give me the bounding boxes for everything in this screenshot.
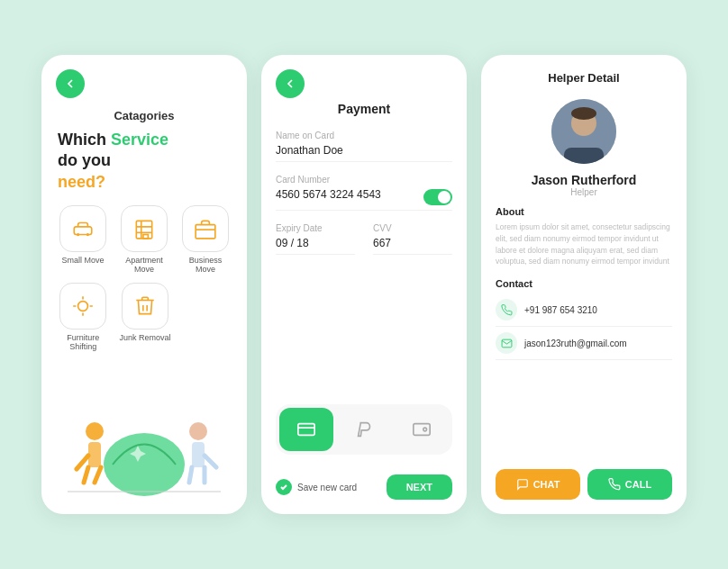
service-grid-top: Small Move Apartment Move Business Move — [56, 205, 232, 274]
contact-email[interactable]: jason123ruth@gmail.com — [496, 327, 672, 360]
svg-rect-0 — [74, 227, 92, 235]
expiry-value[interactable]: 09 / 18 — [276, 237, 355, 255]
service-apartment-move-label: Apartment Move — [117, 256, 171, 274]
svg-point-30 — [571, 107, 596, 120]
svg-point-10 — [78, 302, 88, 312]
service-junk-removal[interactable]: Junk Removal — [118, 283, 173, 351]
headline: Which Service do you need? — [56, 130, 232, 193]
chat-button[interactable]: CHAT — [496, 469, 580, 500]
service-furniture-shifting[interactable]: Furniture Shifting — [56, 283, 111, 351]
cvv-value[interactable]: 667 — [373, 237, 452, 255]
contact-label: Contact — [496, 278, 672, 289]
service-business-move[interactable]: Business Move — [178, 205, 232, 274]
svg-point-17 — [189, 422, 207, 440]
back-button-payment[interactable] — [276, 69, 305, 98]
expiry-cvv-row: Expiry Date 09 / 18 CVV 667 — [276, 223, 452, 267]
categories-title: Catagories — [56, 109, 232, 122]
back-button-categories[interactable] — [56, 69, 85, 98]
name-field: Name on Card Jonathan Doe — [276, 131, 452, 162]
expiry-field: Expiry Date 09 / 18 — [276, 223, 355, 255]
pay-method-card[interactable] — [279, 408, 333, 451]
service-small-move-label: Small Move — [61, 256, 104, 265]
save-card-label: Save new card — [297, 483, 357, 492]
payment-header: Payment — [261, 55, 467, 123]
svg-rect-25 — [414, 424, 430, 436]
avatar — [551, 99, 616, 164]
card-number-label: Card Number — [276, 175, 452, 185]
service-apartment-move[interactable]: Apartment Move — [117, 205, 171, 274]
svg-point-2 — [86, 233, 89, 236]
service-junk-removal-label: Junk Removal — [120, 333, 171, 342]
payment-methods — [276, 404, 452, 455]
svg-point-26 — [423, 428, 427, 431]
svg-rect-7 — [143, 235, 148, 239]
card-toggle[interactable] — [423, 189, 452, 205]
service-small-move[interactable]: Small Move — [56, 205, 110, 274]
svg-line-15 — [84, 467, 88, 483]
helper-detail-title: Helper Detail — [496, 71, 672, 85]
payment-footer: Save new card NEXT — [261, 465, 467, 514]
svg-point-16 — [104, 433, 185, 496]
service-business-move-label: Business Move — [178, 256, 232, 274]
pay-method-wallet[interactable] — [395, 408, 449, 451]
cvv-field: CVV 667 — [373, 223, 452, 255]
service-grid-bottom: Furniture Shifting Junk Removal — [56, 283, 172, 351]
name-label: Name on Card — [276, 131, 452, 140]
cvv-label: CVV — [373, 223, 452, 233]
helper-name: Jason Rutherford — [496, 173, 672, 187]
svg-rect-3 — [136, 221, 151, 239]
action-buttons: CHAT CALL — [496, 458, 672, 500]
email-address: jason123ruth@gmail.com — [524, 339, 627, 348]
call-button[interactable]: CALL — [587, 469, 672, 500]
svg-line-20 — [189, 467, 192, 483]
helper-detail-card: Helper Detail Jason Rutherford Helper Ab… — [481, 55, 687, 514]
about-label: About — [496, 206, 672, 217]
svg-rect-29 — [564, 148, 604, 164]
card-number-field: Card Number 4560 5674 3224 4543 — [276, 175, 452, 211]
phone-number: +91 987 654 3210 — [524, 305, 597, 315]
payment-card: Payment Name on Card Jonathan Doe Card N… — [261, 55, 467, 514]
save-card-check[interactable] — [276, 479, 292, 495]
helper-avatar-wrap — [496, 99, 672, 164]
svg-rect-23 — [298, 424, 314, 436]
card-number-value[interactable]: 4560 5674 3224 4543 — [276, 188, 423, 205]
helper-role: Helper — [496, 187, 672, 197]
illustration — [56, 360, 232, 500]
service-furniture-shifting-label: Furniture Shifting — [56, 333, 111, 351]
svg-line-14 — [95, 467, 101, 483]
next-button[interactable]: NEXT — [387, 474, 452, 500]
save-card-row: Save new card — [276, 479, 357, 495]
name-value[interactable]: Jonathan Doe — [276, 144, 452, 162]
svg-line-19 — [205, 456, 216, 467]
about-text: Lorem ipsum dolor sit amet, consectetur … — [496, 221, 672, 267]
categories-card: Catagories Which Service do you need? Sm… — [41, 55, 247, 514]
expiry-label: Expiry Date — [276, 223, 355, 233]
payment-title: Payment — [276, 102, 452, 116]
svg-point-11 — [86, 422, 104, 440]
payment-form: Name on Card Jonathan Doe Card Number 45… — [261, 123, 467, 404]
svg-point-1 — [77, 233, 79, 236]
svg-rect-8 — [196, 225, 215, 239]
contact-phone[interactable]: +91 987 654 3210 — [496, 294, 672, 327]
pay-method-paypal[interactable] — [337, 408, 391, 451]
